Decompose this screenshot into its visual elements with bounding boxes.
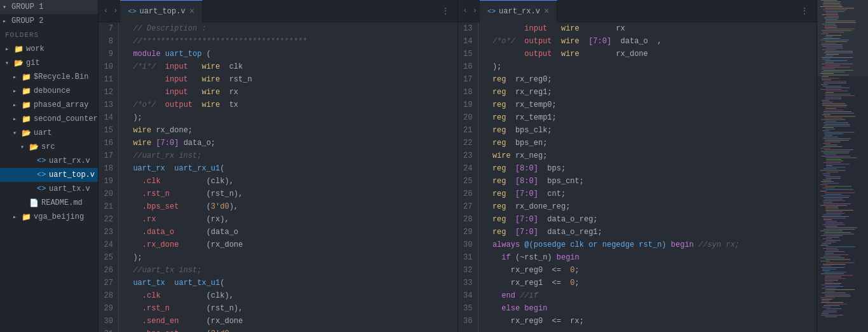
minimap: [817, 0, 868, 332]
sidebar-item-work[interactable]: ▸ 📁 work: [0, 42, 98, 56]
group1-label: GROUP 1: [11, 3, 43, 11]
tab-menu-2[interactable]: ⋮: [795, 6, 814, 17]
uart-top-label: uart_top.v: [49, 170, 95, 179]
src-arrow: ▾: [20, 143, 28, 151]
second-label: second_counter: [34, 114, 98, 123]
uart-arrow: ▾: [13, 129, 20, 137]
sidebar-item-uart-top[interactable]: ▸ <> uart_top.v: [0, 168, 98, 182]
sidebar: ▾ GROUP 1 ▸ GROUP 2 FOLDERS ▸ 📁 work ▾ 📂…: [0, 0, 98, 332]
group1-arrow: ▾: [3, 3, 10, 11]
line-numbers-2: 1314151617181920212223242526272829303132…: [458, 22, 478, 332]
folder-open-icon: 📂: [29, 142, 39, 152]
phased-arrow: ▸: [13, 101, 20, 109]
tab-close-1[interactable]: ×: [189, 6, 194, 17]
vga-label: vga_beijing: [34, 212, 84, 221]
verilog-icon: <>: [37, 170, 47, 179]
folders-label: FOLDERS: [5, 31, 39, 39]
sidebar-item-debounce[interactable]: ▸ 📁 debounce: [0, 84, 98, 98]
src-label: src: [41, 142, 55, 151]
uart-tx-label: uart_tx.v: [49, 184, 90, 193]
uart-label: uart: [34, 128, 52, 137]
sidebar-item-uart[interactable]: ▾ 📂 uart: [0, 126, 98, 140]
tab-filename-2: uart_rx.v: [499, 7, 540, 16]
uart-rx-label: uart_rx.v: [49, 156, 90, 165]
code-lines-1: // Description : //*********************…: [119, 22, 458, 332]
code-lines-2: input wire rx /*o*/ output wire [7:0] da…: [478, 22, 817, 332]
nav-right-1[interactable]: ›: [111, 6, 120, 15]
folders-section: FOLDERS: [0, 28, 98, 42]
editor-area: ‹ › <> uart_top.v × ⋮ 789101112131415161…: [98, 0, 868, 332]
debounce-label: debounce: [34, 86, 71, 95]
tab-verilog-icon-1: <>: [128, 8, 136, 15]
sidebar-item-vga[interactable]: ▸ 📁 vga_beijing: [0, 210, 98, 224]
verilog-icon: <>: [37, 184, 47, 193]
folder-icon: 📁: [22, 86, 32, 96]
folder-icon: 📁: [22, 212, 32, 222]
tab-filename-1: uart_top.v: [140, 7, 186, 16]
group-2[interactable]: ▸ GROUP 2: [0, 14, 98, 28]
tab-verilog-icon-2: <>: [487, 8, 496, 15]
nav-right-2[interactable]: ›: [470, 6, 480, 15]
sidebar-item-readme[interactable]: ▸ 📄 README.md: [0, 196, 98, 210]
nav-left-2[interactable]: ‹: [461, 6, 470, 15]
tab-bar-2: ‹ › <> uart_rx.v × ⋮: [458, 0, 817, 22]
sidebar-item-second[interactable]: ▸ 📁 second_counter: [0, 112, 98, 126]
folder-open-icon: 📂: [22, 128, 32, 138]
work-label: work: [26, 45, 44, 53]
sidebar-item-uart-tx[interactable]: ▸ <> uart_tx.v: [0, 182, 98, 196]
work-arrow: ▸: [5, 45, 13, 53]
group2-label: GROUP 2: [11, 17, 43, 25]
tab-menu-1[interactable]: ⋮: [436, 6, 455, 17]
folder-icon: 📁: [22, 100, 32, 110]
sidebar-item-uart-rx[interactable]: ▸ <> uart_rx.v: [0, 154, 98, 168]
folder-icon: 📁: [14, 45, 24, 54]
vga-arrow: ▸: [13, 213, 20, 221]
verilog-icon: <>: [37, 156, 47, 165]
second-arrow: ▸: [13, 115, 20, 123]
group-1[interactable]: ▾ GROUP 1: [0, 0, 98, 14]
group2-arrow: ▸: [3, 17, 10, 25]
sidebar-item-recycle[interactable]: ▸ 📁 $Recycle.Bin: [0, 70, 98, 84]
editor-pane-1: ‹ › <> uart_top.v × ⋮ 789101112131415161…: [98, 0, 458, 332]
line-numbers-1: 7891011121314151617181920212223242526272…: [98, 22, 119, 332]
sidebar-item-src[interactable]: ▾ 📂 src: [0, 140, 98, 154]
nav-left-1[interactable]: ‹: [101, 6, 111, 15]
editor-pane-2: ‹ › <> uart_rx.v × ⋮ 1314151617181920212…: [458, 0, 818, 332]
readme-icon: 📄: [29, 198, 39, 208]
tab-uart-top[interactable]: <> uart_top.v ×: [120, 0, 203, 22]
code-container-1[interactable]: 7891011121314151617181920212223242526272…: [98, 22, 458, 332]
debounce-arrow: ▸: [13, 87, 20, 95]
tab-bar-1: ‹ › <> uart_top.v × ⋮: [98, 0, 458, 22]
recycle-arrow: ▸: [13, 73, 20, 81]
sidebar-item-git[interactable]: ▾ 📂 git: [0, 56, 98, 70]
folder-icon: 📁: [22, 114, 32, 124]
tab-close-2[interactable]: ×: [544, 6, 549, 17]
phased-label: phased_array: [34, 100, 88, 109]
git-arrow: ▾: [5, 59, 13, 67]
sidebar-item-phased[interactable]: ▸ 📁 phased_array: [0, 98, 98, 112]
folder-icon: 📁: [22, 73, 32, 82]
git-label: git: [26, 59, 40, 67]
recycle-label: $Recycle.Bin: [34, 73, 88, 81]
code-container-2[interactable]: 1314151617181920212223242526272829303132…: [458, 22, 817, 332]
minimap-canvas: [817, 0, 868, 332]
folder-open-icon: 📂: [14, 59, 24, 68]
readme-label: README.md: [41, 198, 83, 207]
tab-uart-rx[interactable]: <> uart_rx.v ×: [480, 0, 557, 22]
